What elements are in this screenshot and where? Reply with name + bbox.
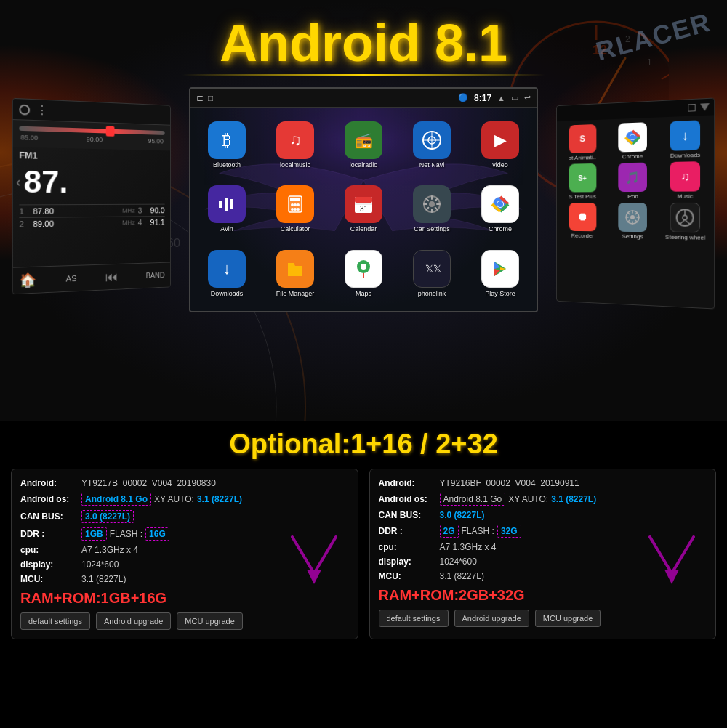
app-netnav[interactable]: Net Navi [400,115,464,175]
spec-cpu-label-r: cpu: [379,542,437,552]
right-app-music[interactable]: ♫ Music [660,161,711,200]
radio-prev-arrow[interactable]: ‹ [16,174,20,190]
default-settings-btn-r[interactable]: default settings [379,610,449,627]
spec-xy-val-l: 3.1 (8227L) [197,494,242,504]
spec-cpu-val-r: A7 1.3GHz x 4 [440,542,497,552]
default-settings-btn-l[interactable]: default settings [20,612,90,630]
screen-header-right: 🔵 8:17 ▲ ▭ ↩ [458,93,531,103]
app-maps[interactable]: Maps [332,243,395,304]
app-localradio[interactable]: 📻 localradio [332,115,395,175]
app-avin[interactable]: Avin [195,179,259,240]
app-filemanager-label: File Manager [276,290,315,297]
bluetooth-status-icon: 🔵 [458,93,468,102]
right-app-testplus[interactable]: S+ S Test Plus [560,163,606,200]
carsettings-icon [413,185,451,223]
spec-os-row-l: Android os: Android 8.1 Go XY AUTO: 3.1 … [20,493,349,506]
app-phonelink[interactable]: 𝕏𝕏 phonelink [400,243,464,304]
svg-point-34 [291,208,294,211]
ipod-icon: 🎵 [618,163,647,193]
svg-line-61 [680,220,685,225]
svg-point-47 [361,264,366,270]
mcu-upgrade-btn-l[interactable]: MCU upgrade [177,612,242,630]
bluetooth-icon: ₿ [208,121,246,159]
right-app-settings[interactable]: Settings [608,203,657,240]
app-localmusic-label: localmusic [280,161,310,169]
spec-canbus-label-l: CAN BUS: [20,511,79,522]
right-app-superui[interactable]: S st Animati.. [560,124,606,161]
svg-text:𝕏𝕏: 𝕏𝕏 [425,263,441,275]
radio-home-btn[interactable]: 🏠 [19,272,36,289]
android-title: Android 8.1 [220,13,507,73]
spec-os-row-r: Android os: Android 8.1 Go XY AUTO: 3.1 … [379,493,707,506]
right-app-grid: S st Animati.. Chrome ↓ Downloads S+ S T… [557,115,714,246]
app-downloads-label: Downloads [211,290,244,297]
app-bluetooth[interactable]: ₿ Bluetooth [195,115,259,175]
app-calculator-label: Calculator [281,225,310,232]
right-app-steering[interactable]: Steering wheel [660,203,711,241]
home-icon[interactable]: □ [208,93,213,103]
settings-icon [618,203,647,232]
svg-rect-38 [355,197,372,203]
app-calendar[interactable]: 31 Calendar [332,179,395,240]
right-app-chrome[interactable]: Chrome [608,122,657,161]
spec-ddr-val-l: 1GB [81,527,107,541]
ram-label-left: RAM+ROM:1GB+16G [20,590,349,607]
app-phonelink-label: phonelink [418,290,446,297]
spec-cpu-val-l: A7 1.3GHz x 4 [81,545,138,555]
app-calendar-label: Calendar [350,225,377,232]
android-upgrade-btn-r[interactable]: Android upgrade [454,610,529,627]
right-app-ipod-label: iPod [627,193,638,200]
right-app-downloads[interactable]: ↓ Downloads [660,120,711,159]
right-app-recorder[interactable]: ⏺ Recorder [560,203,606,239]
app-playstore-label: Play Store [485,290,515,297]
back-icon[interactable]: ⊏ [196,93,204,103]
freq-mhz-1: MHz [122,207,135,214]
svg-point-57 [630,215,635,219]
radio-band-btn[interactable]: BAND [146,271,165,280]
svg-point-33 [297,203,300,206]
spec-os-label-l: Android os: [20,494,79,504]
chrome-r-icon [618,122,647,152]
radio-as-btn[interactable]: AS [66,274,77,283]
back-nav-icon[interactable]: ↩ [524,93,531,102]
right-app-recorder-label: Recorder [571,232,594,239]
right-app-ipod[interactable]: 🎵 iPod [608,162,657,200]
svg-line-62 [685,220,690,225]
app-video[interactable]: ▶ video [468,115,532,175]
spec-canbus-val-r: 3.0 (8227L) [440,510,485,520]
app-playstore[interactable]: Play Store [468,243,532,304]
localmusic-icon: ♫ [276,121,314,159]
spec-buttons-right: default settings Android upgrade MCU upg… [379,610,707,627]
signal-icon: ▲ [497,94,505,102]
filemanager-icon [276,250,314,288]
right-app-music-label: Music [678,193,694,200]
top-section: 80 60 40 20 0 MPH 12 3 1 2 5 6 Android 8… [0,0,727,421]
app-filemanager[interactable]: File Manager [263,243,327,304]
app-avin-label: Avin [220,225,233,232]
netnav-icon [413,121,451,159]
android-upgrade-btn-l[interactable]: Android upgrade [96,612,171,630]
radio-skip-btn[interactable]: ⏮ [105,269,119,285]
music-icon: ♫ [670,161,701,192]
steering-icon [670,203,701,232]
spec-flash-val-r: 32G [497,525,521,538]
spec-canbus-label-r: CAN BUS: [379,510,437,520]
tick-95: 95.00 [148,137,164,145]
radio-frequency-number: 87. [24,164,168,201]
spec-android-val-l: YT9217B_00002_V004_20190830 [81,478,216,488]
spec-buttons-left: default settings Android upgrade MCU upg… [20,612,349,630]
freq-mhz-2: MHz [122,219,135,226]
spec-canbus-row-l: CAN BUS: 3.0 (8227L) [20,510,349,523]
app-bluetooth-label: Bluetooth [213,161,241,169]
spec-mcu-label-l: MCU: [20,574,79,584]
superui-icon: S [569,124,596,153]
screen-time: 8:17 [474,93,491,103]
app-carsettings[interactable]: Car Settings [400,179,464,240]
app-chrome[interactable]: Chrome [468,179,532,240]
spec-flash-label-l: FLASH : [110,529,142,539]
spec-os-label-r: Android os: [379,494,437,504]
app-calculator[interactable]: Calculator [263,179,327,240]
app-downloads[interactable]: ↓ Downloads [195,243,259,304]
app-localmusic[interactable]: ♫ localmusic [263,115,327,175]
mcu-upgrade-btn-r[interactable]: MCU upgrade [535,610,601,627]
